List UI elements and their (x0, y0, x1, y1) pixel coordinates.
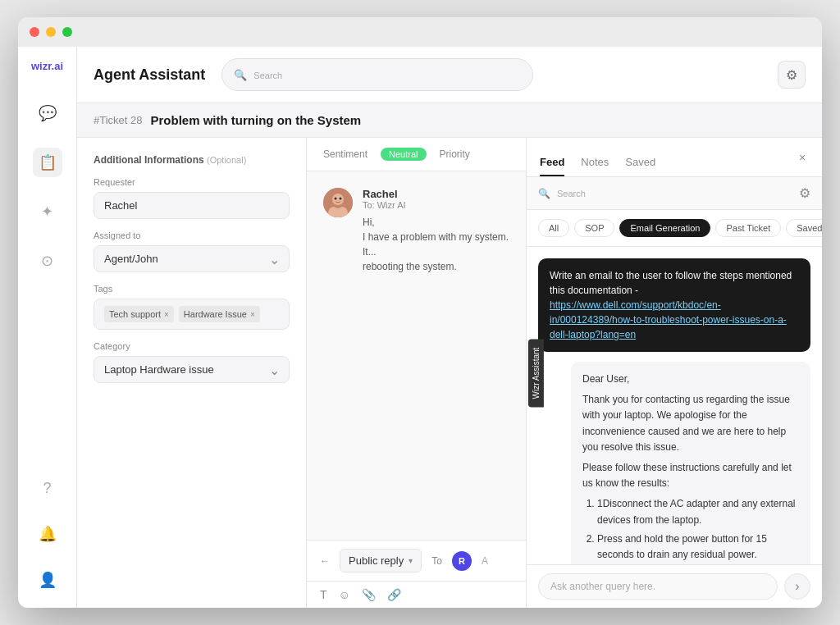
send-button[interactable]: › (784, 573, 810, 600)
close-button[interactable]: × (794, 149, 810, 166)
assigned-label: Assigned to (94, 230, 290, 240)
tab-feed[interactable]: Feed (540, 149, 564, 176)
panel-input-bar: › (527, 564, 822, 608)
message-bubble: Rachel To: Wizr AI Hi,I have a problem w… (323, 188, 509, 274)
message-to: To: Wizr AI (363, 200, 509, 210)
middle-panel: Sentiment Neutral Priority (307, 138, 527, 608)
reply-bar: ← Public reply ▾ To R A (307, 540, 526, 581)
category-select[interactable]: Laptop Hardware issue (94, 356, 290, 383)
panel-search-input[interactable] (557, 188, 792, 199)
step-2: Press and hold the power button for 15 s… (597, 531, 799, 563)
sidebar-icon-notifications[interactable]: 🔔 (33, 519, 62, 549)
response-greeting: Dear User, (582, 372, 799, 387)
svg-point-3 (335, 198, 337, 200)
requester-input[interactable] (94, 192, 290, 219)
tag-hardware-issue-remove[interactable]: × (250, 310, 255, 319)
message-sender: Rachel (363, 188, 509, 200)
chevron-down-icon: ▾ (409, 556, 413, 565)
tag-hardware-issue: Hardware Issue × (179, 306, 260, 322)
tab-notes[interactable]: Notes (581, 149, 609, 176)
public-reply-label: Public reply (349, 554, 404, 567)
ai-messages: Write an email to the user to follow the… (527, 247, 822, 564)
category-select-wrapper: Laptop Hardware issue (94, 356, 290, 383)
search-bar[interactable]: 🔍 (221, 58, 533, 91)
sidebar-icon-settings[interactable]: ⊙ (33, 246, 62, 276)
sidebar-icon-help[interactable]: ? (33, 473, 62, 503)
sidebar-icon-tickets[interactable]: 📋 (33, 148, 62, 177)
sentiment-badge: Neutral (381, 148, 426, 161)
chip-email-generation[interactable]: Email Generation (619, 219, 710, 237)
panel-search[interactable]: 🔍 ⚙ (527, 177, 822, 210)
emoji-icon[interactable]: ☺ (339, 588, 350, 601)
sidebar-icon-chat[interactable]: 💬 (33, 98, 62, 128)
search-input[interactable] (253, 69, 521, 81)
priority-label: Priority (440, 148, 470, 160)
query-input[interactable] (538, 573, 778, 600)
prompt-text: Write an email to the user to follow the… (550, 270, 792, 296)
ai-prompt: Write an email to the user to follow the… (538, 258, 810, 352)
response-para2: Please follow these instructions careful… (582, 460, 799, 491)
additional-info-title: Additional Informations (Optional) (94, 154, 290, 166)
assigned-select-wrapper: Agent/John (94, 245, 290, 272)
recipient-avatar: R (452, 551, 472, 571)
filter-chips: All SOP Email Generation Past Ticket Sav… (527, 210, 822, 247)
top-bar: Agent Assistant 🔍 ⚙ (77, 47, 822, 103)
search-icon: 🔍 (234, 69, 247, 81)
prompt-link[interactable]: https://www.dell.com/support/kbdoc/en-in… (550, 299, 787, 340)
optional-label: (Optional) (207, 155, 246, 165)
public-reply-button[interactable]: Public reply ▾ (340, 549, 422, 573)
message-toolbar: T ☺ 📎 🔗 (307, 581, 526, 608)
tag-tech-support: Tech support × (104, 306, 174, 322)
step-1: 1Disconnect the AC adapter and any exter… (597, 496, 799, 527)
sidebar-icon-profile[interactable]: 👤 (33, 565, 62, 595)
panel-filter-icon[interactable]: ⚙ (799, 185, 810, 201)
assistant-tab[interactable]: Wizr Assistant (528, 339, 544, 407)
assigned-select[interactable]: Agent/John (94, 245, 290, 272)
chip-sop[interactable]: SOP (574, 219, 614, 237)
minimize-dot[interactable] (46, 27, 56, 37)
svg-point-1 (332, 194, 344, 205)
attachment-icon[interactable]: 📎 (362, 588, 376, 601)
breadcrumb-ticket: #Ticket 28 (94, 114, 143, 126)
left-panel: Additional Informations (Optional) Reque… (77, 138, 307, 608)
chip-all[interactable]: All (538, 219, 569, 237)
response-para1: Thank you for contacting us regarding th… (582, 392, 799, 455)
breadcrumb: #Ticket 28 Problem with turning on the S… (77, 103, 822, 138)
link-icon[interactable]: 🔗 (387, 588, 401, 601)
tags-label: Tags (94, 284, 290, 294)
maximize-dot[interactable] (62, 27, 72, 37)
filter-button[interactable]: ⚙ (778, 61, 806, 89)
avatar (323, 188, 353, 217)
panel-tabs: Feed Notes Saved (540, 149, 809, 176)
app-title: Agent Assistant (94, 66, 205, 84)
category-label: Category (94, 341, 290, 351)
main-content: Agent Assistant 🔍 ⚙ #Ticket 28 Problem w… (77, 47, 822, 608)
message-content: Rachel To: Wizr AI Hi,I have a problem w… (363, 188, 509, 274)
tags-container: Tech support × Hardware Issue × (94, 299, 290, 330)
to-label: To (431, 555, 442, 567)
text-format-icon[interactable]: T (320, 588, 327, 601)
content-area: Additional Informations (Optional) Reque… (77, 138, 822, 608)
response-steps: 1Disconnect the AC adapter and any exter… (582, 496, 799, 564)
breadcrumb-title: Problem with turning on the System (151, 113, 362, 127)
titlebar (18, 17, 822, 47)
chip-saved[interactable]: Saved (786, 219, 822, 237)
svg-point-4 (340, 198, 342, 200)
sidebar-bottom: ? 🔔 👤 (33, 473, 62, 595)
tag-tech-support-remove[interactable]: × (164, 310, 169, 319)
app-window: wizr.ai 💬 📋 ✦ ⊙ ? 🔔 👤 Agent Assistant 🔍 … (18, 17, 822, 608)
sidebar-icon-ai[interactable]: ✦ (33, 197, 62, 226)
ai-response-row: Dear User, Thank you for contacting us r… (538, 362, 810, 564)
right-panel: Wizr Assistant × Feed Notes Saved 🔍 ⚙ (527, 138, 822, 608)
close-dot[interactable] (30, 27, 39, 37)
requester-label: Requester (94, 177, 290, 187)
right-panel-header: × Feed Notes Saved (527, 138, 822, 177)
logo: wizr.ai (31, 60, 63, 72)
sentiment-label: Sentiment (323, 148, 368, 160)
ai-response: Dear User, Thank you for contacting us r… (571, 362, 810, 564)
tab-saved[interactable]: Saved (625, 149, 655, 176)
chip-past-ticket[interactable]: Past Ticket (715, 219, 781, 237)
panel-search-icon: 🔍 (538, 188, 550, 199)
message-text: Hi,I have a problem with my system. It..… (363, 215, 509, 274)
sidebar: wizr.ai 💬 📋 ✦ ⊙ ? 🔔 👤 (18, 47, 77, 608)
